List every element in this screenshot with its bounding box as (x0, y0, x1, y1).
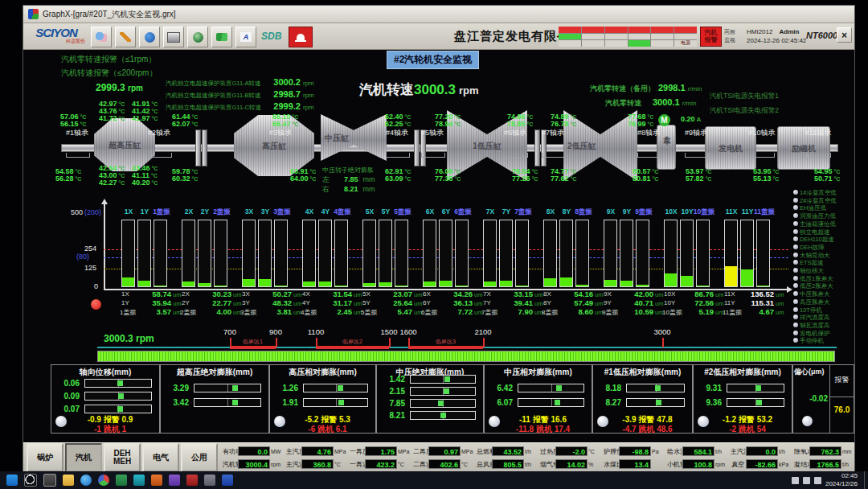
alarm-matrix-cell[interactable] (605, 27, 628, 33)
panel-bar-marker (438, 401, 444, 406)
tray-up-arrow-icon[interactable] (792, 477, 799, 484)
alarm-lamp-item[interactable]: 排汽温度高 (793, 314, 854, 321)
vib-table-value: 3.81 (255, 307, 292, 316)
bearing-bracket (807, 153, 831, 158)
browser-icon[interactable] (98, 475, 109, 486)
expansion-panel-title: 轴向位移(mm) (51, 367, 160, 378)
alarm-lamp-item[interactable]: 低压2胀差大 (793, 282, 854, 290)
app-icon-6[interactable] (204, 475, 215, 486)
printer-icon[interactable] (163, 27, 184, 47)
tray-network-icon[interactable] (803, 477, 810, 484)
alarm-lamp-item[interactable]: DEH故障 (793, 244, 854, 251)
alarm-matrix-cell[interactable] (651, 27, 674, 33)
alarm-matrix-cell[interactable] (559, 27, 581, 33)
app-icon-1[interactable] (116, 475, 127, 486)
nav-button-公用[interactable]: 公用 (181, 443, 218, 472)
tsi-power-alarm-2: 汽机TSI电源失电报警2 (710, 106, 779, 116)
vib-bar-fill (456, 286, 468, 286)
tray-volume-icon[interactable] (814, 477, 821, 484)
system-tray[interactable]: 02:45 2024/12/26 (792, 471, 868, 489)
eccentricity-alarm-label: 报警 (830, 375, 854, 385)
monitor-icon[interactable] (139, 27, 160, 47)
ja-logo-icon[interactable]: A (235, 27, 256, 47)
alarm-lamp-item[interactable]: DEH110超速 (793, 236, 854, 243)
alarm-bell-button[interactable] (289, 27, 313, 47)
view-mode-labels[interactable]: 画面监视 (724, 28, 735, 44)
close-button[interactable]: × (837, 27, 852, 43)
process-value-cell: 汽机转速3000.4rpm (223, 459, 286, 469)
book-icon[interactable] (211, 27, 232, 47)
alarm-lamp-item[interactable]: 2#冷凝真空低 (793, 197, 854, 204)
nav-button-汽机[interactable]: 汽机 (65, 443, 102, 472)
alarm-lamp-item[interactable]: 独立电超速 (793, 228, 854, 236)
panel-bar-marker (444, 388, 449, 394)
nav-button-DEH-MEH[interactable]: DEH MEH (104, 443, 141, 472)
edge-icon[interactable] (80, 475, 92, 486)
nav-button-电气[interactable]: 电气 (142, 443, 179, 472)
alarm-lamp-item[interactable]: ETS超速 (793, 259, 854, 266)
alarm-lamp-item[interactable]: 发电机保护 (793, 330, 854, 337)
alarm-matrix-cell[interactable] (628, 40, 651, 47)
zero-speed-backup-row: 汽机零转速（备用）2998.1r/min (590, 80, 702, 94)
toolbar: SCIYON 科远股份 A SDB 盘江普定发电有限公司#2机组DCS 电源 汽… (23, 23, 854, 50)
alarm-matrix-cell[interactable] (605, 34, 628, 40)
alarm-lamp-item[interactable]: 手动停机 (793, 337, 854, 344)
alarm-matrix-cell[interactable] (559, 40, 581, 47)
alarm-matrix-cell[interactable] (628, 27, 651, 33)
search-icon[interactable] (24, 474, 37, 487)
tools-icon[interactable] (115, 27, 136, 47)
title-bar[interactable]: GraphX-[gra/#20T_汽机安全监视.grx] (23, 6, 854, 23)
process-value-cell: 过热度-2.0°C (540, 446, 604, 456)
vib-table-unit: um (655, 300, 663, 307)
turbine-alarm-button[interactable]: 汽机报警 (700, 27, 722, 47)
process-value-cell: 二再温度402.6°C (413, 459, 477, 469)
taskbar-clock[interactable]: 02:45 2024/12/26 (825, 472, 858, 487)
alarm-lamp-item[interactable]: 1#冷凝真空低 (793, 189, 854, 196)
taskview-icon[interactable] (43, 474, 56, 487)
process-value-readout: 805.5 (492, 459, 524, 469)
alarm-matrix-cell[interactable] (628, 34, 651, 40)
app-icon-2[interactable] (133, 475, 145, 486)
alarm-matrix-cell[interactable] (582, 34, 604, 40)
app-icon-5[interactable] (186, 475, 198, 486)
alarm-matrix-cell[interactable] (651, 34, 674, 40)
alarm-matrix-cell[interactable] (582, 27, 604, 33)
alarm-lamp-item[interactable]: 中压胀差大 (793, 290, 854, 298)
expansion-panel-title: #2低压相对膨胀(mm) (693, 367, 792, 378)
alarm-lamp-item[interactable]: 润滑油压力低 (793, 212, 854, 220)
globe-icon[interactable] (187, 27, 208, 47)
alarm-matrix-cell[interactable] (674, 34, 697, 40)
vib-bar-label: 11盖振 (751, 208, 777, 217)
alarm-lamp-item[interactable]: 高压胀差大 (793, 298, 854, 306)
panel-bar-marker (444, 376, 450, 382)
alarm-lamp-item[interactable]: 10T停机 (793, 306, 854, 314)
app-icon-3[interactable] (151, 475, 162, 486)
alarm-matrix-cell[interactable] (582, 40, 604, 47)
app-icon-4[interactable] (169, 475, 180, 486)
vib-bar-3盖振 (274, 220, 288, 287)
speed-tick-label: 700 (214, 327, 246, 336)
alarm-lamp-icon (793, 190, 798, 195)
nav-button-锅炉[interactable]: 锅炉 (27, 443, 63, 472)
sdb-button[interactable]: SDB (261, 31, 281, 42)
alarm-lamp-item[interactable]: 轴瓦温度高 (793, 322, 854, 329)
bell-icon (297, 34, 305, 40)
alarm-matrix-cell[interactable] (559, 34, 581, 40)
vib-bar-fill (544, 278, 556, 286)
alarm-lamp-item[interactable]: 轴位移大 (793, 267, 854, 274)
alarm-matrix-cell[interactable]: 电源 (674, 40, 697, 47)
start-icon[interactable] (6, 475, 18, 486)
alarm-matrix-cell[interactable] (651, 40, 674, 47)
alarm-matrix-cell[interactable] (674, 27, 697, 33)
alarm-lamp-item[interactable]: EH油压低 (793, 204, 854, 212)
alarm-lamp-item[interactable]: 低压1胀差大 (793, 275, 854, 282)
alarm-lamp-item[interactable]: 主油箱液位低 (793, 220, 854, 228)
alarm-lamp-item[interactable]: 大轴晃动大 (793, 252, 854, 259)
alarm-group-matrix[interactable]: 电源 (559, 27, 697, 47)
folder-icon[interactable] (63, 475, 74, 486)
vib-table-unit: um (595, 300, 603, 307)
users-icon[interactable] (91, 27, 112, 47)
app-icon-7[interactable] (222, 475, 233, 486)
show-desktop-strip[interactable] (864, 471, 868, 489)
alarm-matrix-cell[interactable] (605, 40, 628, 47)
